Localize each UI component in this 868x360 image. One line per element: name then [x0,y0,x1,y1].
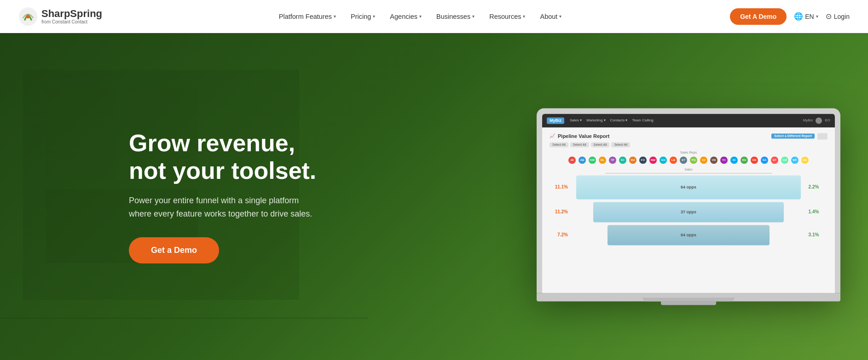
screen-user-avatar [816,117,822,124]
nav-item-about[interactable]: About ▾ [533,9,568,24]
pipeline-report-title: 📈 Pipeline Value Report Select a Differe… [550,133,827,139]
avatar-circle-19: SA [760,156,769,164]
funnel-row-2: 11.2% 37 opps 1.4% [550,202,827,222]
laptop-screen: MyBiz Sales ▾ Marketing ▾ Contacts ▾ Tea… [542,114,835,293]
avatar-circle-16: DI [730,156,738,164]
chevron-down-icon: ▾ [472,14,475,19]
funnel-chart: 11.1% 64 opps 2.2% [550,175,827,245]
avatar-circle-5: SC [619,156,627,164]
hero-subtext: Power your entire funnel with a single p… [129,194,322,221]
funnel-bar-2: 37 opps [593,202,784,222]
avatar-circle-10: LB [669,156,677,164]
chevron-down-icon: ▾ [559,14,561,19]
sales-reps-section: Sales Reps JDABKMRLTPSCMJFONWGHLBETPQXZV… [550,151,827,164]
hero-section: Grow revenue,not your toolset. Power you… [0,33,868,360]
nav-item-businesses[interactable]: Businesses ▾ [430,9,481,24]
funnel-bar-wrap-3: 64 opps [576,225,801,245]
avatar-circle-13: XZ [700,156,708,164]
avatar-circle-23: HG [801,156,809,164]
chevron-down-icon: ▾ [419,14,422,19]
nav-links: Platform Features ▾ Pricing ▾ Agencies ▾… [110,9,730,24]
avatar-circle-9: GH [659,156,667,164]
avatar-circle-22: WF [791,156,799,164]
logo[interactable]: SharpSpring from Constant Contact [18,7,110,26]
avatar-circle-2: KM [588,156,596,164]
screen-body: 📈 Pipeline Value Report Select a Differe… [542,127,835,293]
nav-item-pricing[interactable]: Pricing ▾ [344,9,382,24]
screen-nav-sales: Sales ▾ [570,118,582,122]
funnel-bar-label-1: 64 opps [681,185,696,189]
funnel-right-val-1: 2.2% [804,184,823,189]
hero-content: Grow revenue,not your toolset. Power you… [0,130,322,263]
nav-item-resources[interactable]: Resources ▾ [483,9,532,24]
login-button[interactable]: ⊙ Login [826,12,850,21]
laptop-frame: MyBiz Sales ▾ Marketing ▾ Contacts ▾ Tea… [537,108,840,293]
funnel-right-1: 2.2% [804,184,827,189]
funnel-right-val-3: 3.1% [804,232,823,237]
svg-point-1 [26,15,30,18]
hero-cta-button[interactable]: Get a Demo [129,237,219,263]
avatar-circle-12: PQ [689,156,698,164]
avatar-circle-14: VN [710,156,718,164]
hero-headline: Grow revenue,not your toolset. [129,130,322,185]
filter-btn-1[interactable]: Select All [550,142,568,147]
funnel-left-1: 11.1% [550,184,573,189]
screen-nav-right: MyBiz EO [803,117,830,124]
funnel-bar-wrap-1: 64 opps [576,175,801,199]
funnel-left-val-2: 11.2% [550,209,568,214]
screen-mybiz-label: MyBiz [803,118,813,122]
avatar-circle-4: TP [608,156,617,164]
filter-row: Select All Select All Select All Select … [550,142,827,147]
funnel-bar-label-2: 37 opps [681,210,696,214]
funnel-left-val-3: 7.2% [550,232,568,237]
funnel-right-2: 1.4% [804,209,827,214]
globe-icon: 🌐 [794,12,803,21]
user-icon: ⊙ [826,12,832,21]
chevron-down-icon: ▾ [373,14,375,19]
funnel-right-3: 3.1% [804,232,827,237]
report-toggle [817,133,827,139]
language-selector[interactable]: 🌐 EN ▾ [794,12,818,21]
screen-user-initials: EO [825,118,830,122]
get-demo-button[interactable]: Get A Demo [730,8,787,25]
avatar-circle-1: AB [578,156,586,164]
funnel-row-3: 7.2% 64 opps 3.1% [550,225,827,245]
funnel-bar-wrap-2: 37 opps [576,202,801,222]
avatar-circle-20: BT [770,156,779,164]
screen-navbar: MyBiz Sales ▾ Marketing ▾ Contacts ▾ Tea… [542,114,835,127]
funnel-left-val-1: 11.1% [550,184,568,189]
avatar-circle-0: JD [568,156,576,164]
sales-reps-label: Sales Reps [550,151,827,154]
avatar-circle-21: CM [781,156,789,164]
avatar-circle-3: RL [598,156,607,164]
chevron-down-icon: ▾ [523,14,525,19]
funnel-bar-3: 64 opps [608,225,769,245]
navbar: SharpSpring from Constant Contact Platfo… [0,0,868,33]
sales-divider-label: Sales [550,168,827,171]
avatar-circle-6: MJ [629,156,637,164]
chevron-down-icon: ▾ [816,14,818,19]
screen-nav-items: Sales ▾ Marketing ▾ Contacts ▾ Team Call… [570,118,654,122]
funnel-bar-label-3: 64 opps [681,233,696,237]
filter-btn-2[interactable]: Select All [570,142,589,147]
funnel-left-2: 11.2% [550,209,573,214]
avatar-circle-17: RU [740,156,748,164]
laptop-mockup: MyBiz Sales ▾ Marketing ▾ Contacts ▾ Tea… [537,108,840,305]
laptop-stand [661,301,716,305]
screen-nav-team: Team Calling [632,118,653,122]
funnel-left-3: 7.2% [550,232,573,237]
nav-item-agencies[interactable]: Agencies ▾ [383,9,428,24]
filter-btn-4[interactable]: Select All [611,142,630,147]
brand-name: SharpSpring [41,8,102,19]
chevron-down-icon: ▾ [334,14,336,19]
divider-line [605,173,772,173]
filter-btn-3[interactable]: Select All [591,142,610,147]
avatar-circle-7: FO [639,156,647,164]
avatar-circle-8: NW [649,156,657,164]
nav-right: Get A Demo 🌐 EN ▾ ⊙ Login [730,8,850,25]
brand-sub: from Constant Contact [41,19,102,24]
funnel-bar-1: 64 opps [576,175,801,199]
funnel-right-val-2: 1.4% [804,209,823,214]
nav-item-platform-features[interactable]: Platform Features ▾ [272,9,342,24]
avatars-row: JDABKMRLTPSCMJFONWGHLBETPQXZVNYCDIRUOKSA… [550,156,827,164]
